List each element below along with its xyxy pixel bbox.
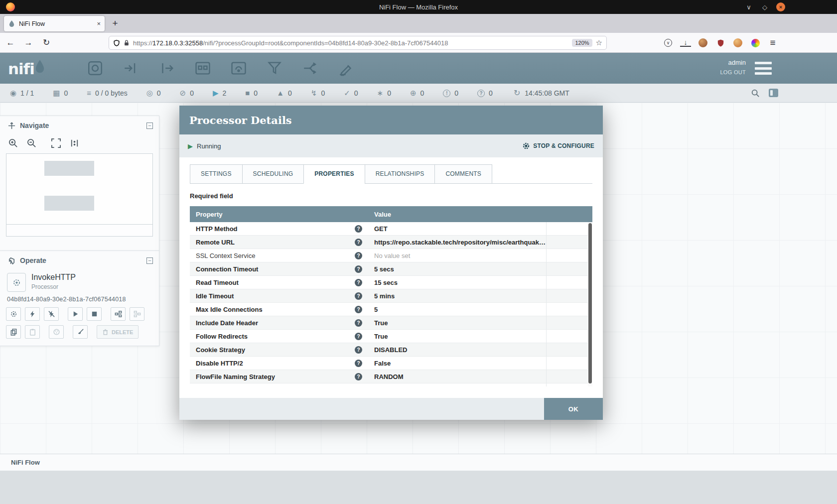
table-scrollbar-thumb[interactable] [588,223,592,383]
status-count: 0 [190,89,194,97]
property-row[interactable]: Disable HTTP/2?False [190,357,592,370]
help-icon[interactable]: ? [355,386,362,387]
property-row[interactable]: Read Timeout?15 secs [190,276,592,289]
help-icon[interactable]: ? [355,279,362,286]
tracking-shield-icon[interactable] [113,39,120,47]
selected-component-type: Processor [31,283,76,290]
bookmark-star-icon[interactable]: ☆ [596,38,602,47]
browser-tab[interactable]: NiFi Flow × [4,16,105,31]
input-port-tool-icon[interactable] [121,58,141,78]
tab-comments[interactable]: COMMENTS [434,164,492,184]
help-icon[interactable]: ? [355,360,362,367]
refresh-icon[interactable]: ↻ [514,88,520,98]
disable-button[interactable] [44,307,59,321]
flow-panel-icon[interactable] [769,89,778,97]
reload-button[interactable]: ↻ [39,36,54,50]
help-icon[interactable]: ? [355,292,362,300]
queued-icon: ≡ [87,89,91,97]
navigate-collapse-button[interactable]: − [146,123,153,129]
help-icon[interactable]: ? [355,239,362,246]
global-menu-icon[interactable] [755,62,772,75]
start-button[interactable] [68,307,83,321]
enable-button[interactable] [25,307,40,321]
account-avatar-icon[interactable] [698,38,707,47]
help-icon[interactable]: ? [355,346,362,354]
property-row[interactable]: Include Date Header?True [190,316,592,330]
ublock-icon[interactable] [715,37,726,48]
stale-icon: ⊕ [410,89,417,97]
tab-properties[interactable]: PROPERTIES [303,164,365,184]
url-bar[interactable]: https://172.18.0.3:32558/nifi/?processGr… [109,36,607,50]
zoom-indicator[interactable]: 120% [572,39,592,47]
zoom-actual-icon[interactable] [69,138,80,148]
new-tab-button[interactable]: + [109,17,122,30]
tab-close-icon[interactable]: × [97,20,101,27]
paste-button[interactable] [25,325,40,339]
help-icon[interactable]: ? [355,319,362,327]
help-icon[interactable]: ? [355,225,362,233]
help-icon[interactable]: ? [355,306,362,313]
output-port-tool-icon[interactable] [156,58,177,78]
property-name: HTTP Method [196,225,238,233]
downloads-icon[interactable]: ↓ [680,39,691,47]
window-maximize-button[interactable]: ◇ [760,2,769,11]
tab-title: NiFi Flow [19,20,93,27]
breadcrumb[interactable]: NiFi Flow [11,459,40,466]
forward-button[interactable]: → [21,36,36,50]
minimap[interactable] [6,153,153,225]
template-tool-icon[interactable] [300,58,321,78]
delete-button[interactable]: DELETE [97,325,139,339]
processor-badge-icon [7,273,26,292]
stop-button[interactable] [87,307,102,321]
property-row[interactable]: ? [190,383,592,386]
window-minimize-button[interactable]: ∨ [744,2,753,11]
property-row[interactable]: FlowFile Naming Strategy?RANDOM [190,370,592,383]
label-tool-icon[interactable] [336,58,357,78]
pocket-icon[interactable]: ∨ [664,39,672,47]
back-button[interactable]: ← [3,36,18,50]
ok-button[interactable]: OK [544,398,603,420]
property-row[interactable]: Remote URL?https://repo.stackable.tech/r… [190,236,592,249]
help-icon[interactable]: ? [355,252,362,259]
search-icon[interactable] [751,89,760,98]
tab-settings[interactable]: SETTINGS [190,164,243,184]
funnel-tool-icon[interactable] [264,58,285,78]
remote-process-group-tool-icon[interactable] [228,58,249,78]
tab-scheduling[interactable]: SCHEDULING [242,164,304,184]
group-button[interactable] [111,307,126,321]
tab-relationships[interactable]: RELATIONSHIPS [365,164,435,184]
property-row[interactable]: Cookie Strategy?DISABLED [190,343,592,357]
property-row[interactable]: HTTP Method?GET [190,222,592,236]
property-row[interactable]: SSL Context Service?No value set [190,249,592,262]
help-icon[interactable]: ? [355,333,362,340]
fill-color-button[interactable] [49,325,64,339]
copy-button[interactable] [6,325,21,339]
extension-avatar-icon[interactable] [733,38,742,47]
property-row[interactable]: Follow Redirects?True [190,330,592,343]
property-row[interactable]: Connection Timeout?5 secs [190,262,592,276]
locally-modified-icon: ∗ [377,89,384,97]
operate-panel: Operate − InvokeHTTP Processor 04b8fd14-… [0,251,159,346]
lock-icon[interactable] [124,39,130,46]
zoom-fit-icon[interactable] [51,138,61,148]
brush-button[interactable] [73,325,88,339]
menu-icon[interactable]: ≡ [767,37,778,48]
zoom-out-icon[interactable] [26,138,37,148]
property-row[interactable]: Max Idle Connections?5 [190,303,592,316]
logout-link[interactable]: LOG OUT [720,69,746,75]
table-scrollbar[interactable] [588,222,592,386]
process-group-tool-icon[interactable] [192,58,213,78]
extension-pinwheel-icon[interactable] [751,39,760,47]
screen: NiFi Flow — Mozilla Firefox ∨ ◇ × NiFi F… [0,0,837,504]
zoom-in-icon[interactable] [8,138,18,148]
help-icon[interactable]: ? [355,373,362,380]
help-icon[interactable]: ? [355,265,362,273]
configure-button[interactable] [6,307,21,321]
window-close-button[interactable]: × [776,2,785,11]
operate-collapse-button[interactable]: − [146,257,153,264]
ungroup-button[interactable] [130,307,144,321]
status-count: 0 [454,89,458,97]
stop-and-configure-button[interactable]: STOP & CONFIGURE [522,142,594,150]
property-row[interactable]: Idle Timeout?5 mins [190,289,592,303]
processor-tool-icon[interactable] [85,58,106,78]
